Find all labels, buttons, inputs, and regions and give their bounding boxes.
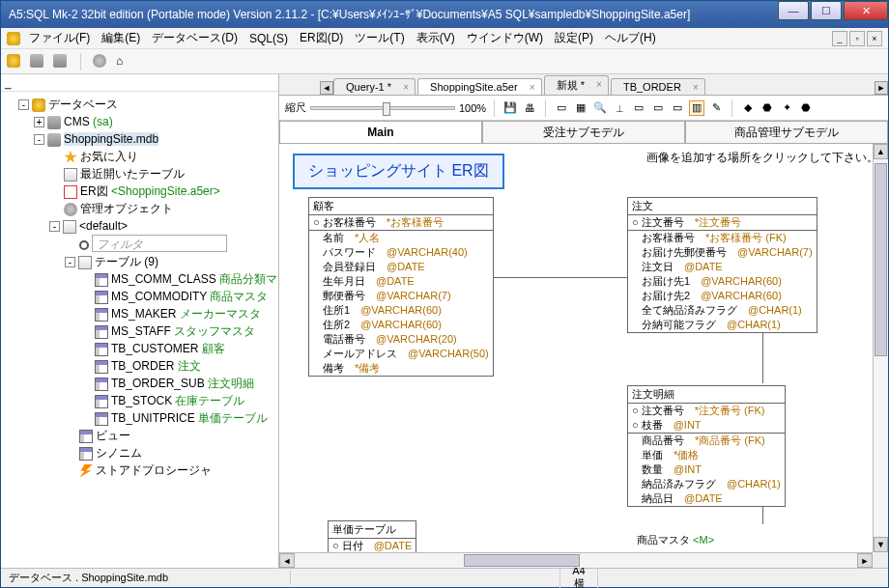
color-icon[interactable]: ◆ <box>740 100 756 116</box>
tab-er[interactable]: ShoppingSite.a5er× <box>417 78 542 95</box>
scroll-up[interactable]: ▲ <box>874 144 888 159</box>
db-tree[interactable]: -データベース +CMS (sa) -ShoppingSite.mdb お気に入… <box>1 92 278 568</box>
expander-icon[interactable]: - <box>34 134 44 145</box>
relation-icon[interactable]: ⟂ <box>612 100 627 116</box>
tab-new[interactable]: 新規 *× <box>544 75 609 95</box>
menu-file[interactable]: ファイル(F) <box>23 28 96 48</box>
mdi-restore[interactable]: ▫ <box>849 31 865 46</box>
entity-unitprice[interactable]: 単価テーブル ○ 日付 @DATE <box>328 520 416 554</box>
scroll-down[interactable]: ▼ <box>874 537 888 552</box>
zoom-icon[interactable]: 🔍 <box>592 100 608 116</box>
tab-query[interactable]: Query-1 *× <box>333 78 416 95</box>
minimize-button[interactable]: — <box>778 1 809 20</box>
subtab-main[interactable]: Main <box>279 121 482 143</box>
tree-adm[interactable]: 管理オブジェクト <box>80 202 173 215</box>
menu-tool[interactable]: ツール(T) <box>349 28 410 48</box>
vertical-scrollbar[interactable]: ▲ ▼ <box>873 144 888 552</box>
tree-fav[interactable]: お気に入り <box>80 150 138 163</box>
toolbar-btn-refresh[interactable] <box>93 54 108 70</box>
statusbar: データベース . ShoppingSite.mdb A4 横 <box>1 568 888 587</box>
print-icon[interactable]: 🖶 <box>522 100 537 116</box>
menu-help[interactable]: ヘルプ(H) <box>599 28 662 48</box>
menu-settings[interactable]: 設定(P) <box>549 28 599 48</box>
close-icon[interactable]: × <box>403 82 409 93</box>
tree-view[interactable]: ビュー <box>96 429 130 442</box>
scroll-right[interactable]: ► <box>857 553 873 568</box>
toolbar-btn-1[interactable] <box>7 54 22 70</box>
expander-icon[interactable]: + <box>34 117 44 127</box>
table-comment: メーカーマスタ <box>180 307 261 321</box>
filter-input[interactable]: フィルタ <box>92 235 227 252</box>
table-name[interactable]: MS_MAKER <box>111 307 176 321</box>
table-icon <box>64 168 77 182</box>
zoom-slider[interactable] <box>310 106 455 110</box>
close-icon[interactable]: × <box>530 82 535 93</box>
tree-sp[interactable]: ストアドプロシージャ <box>96 463 212 477</box>
table-name[interactable]: MS_COMMODITY <box>111 290 207 303</box>
menu-view[interactable]: 表示(V) <box>411 28 461 48</box>
entity-order[interactable]: 注文 ○ 注文番号 *注文番号お客様番号 *お客様番号 (FK)お届け先郵便番号… <box>627 197 817 333</box>
tabs-prev[interactable]: ◄ <box>320 81 333 95</box>
entity-commodity-label[interactable]: 商品マスタ <M> <box>637 533 714 547</box>
expander-icon[interactable]: - <box>49 221 60 232</box>
diagram-title[interactable]: ショッピングサイト ER図 <box>293 154 504 189</box>
tree-schema[interactable]: <default> <box>79 219 128 233</box>
tool-icon[interactable]: ⬣ <box>760 100 775 116</box>
toolbar-btn-home[interactable]: ⌂ <box>116 54 131 70</box>
horizontal-scrollbar[interactable]: ◄ ► <box>279 552 873 568</box>
menu-edit[interactable]: 編集(E) <box>96 28 146 48</box>
save-icon[interactable]: 💾 <box>502 100 518 116</box>
tree-mdb[interactable]: ShoppingSite.mdb <box>64 132 158 146</box>
mdi-minimize[interactable]: _ <box>832 31 847 46</box>
relation-line[interactable] <box>762 349 763 383</box>
close-button[interactable]: ✕ <box>844 1 888 20</box>
tool-icon[interactable]: ▭ <box>650 100 666 116</box>
tree-er[interactable]: ER図 <box>80 184 108 198</box>
tree-cms[interactable]: CMS <box>64 115 90 128</box>
entity-order-sub[interactable]: 注文明細 ○ 注文番号 *注文番号 (FK)○ 枝番 @INT商品番号 *商品番… <box>627 385 786 507</box>
menu-er[interactable]: ER図(D) <box>294 28 349 48</box>
tabs-next[interactable]: ► <box>875 81 888 95</box>
table-name[interactable]: TB_ORDER <box>111 359 174 373</box>
bolt-icon <box>79 464 93 478</box>
mdi-close[interactable]: × <box>867 31 882 46</box>
tool-icon[interactable]: ✦ <box>779 100 794 116</box>
view-icon <box>79 430 93 443</box>
pointer-icon[interactable]: ▭ <box>554 100 569 116</box>
menu-window[interactable]: ウインドウ(W) <box>461 28 549 48</box>
scroll-left[interactable]: ◄ <box>279 553 295 568</box>
entity-customer[interactable]: 顧客 ○ お客様番号 *お客様番号名前 *人名パスワード @VARCHAR(40… <box>308 197 494 377</box>
tool-icon[interactable]: ⬣ <box>798 100 814 116</box>
table-name[interactable]: TB_UNITPRICE <box>111 411 195 425</box>
search-icon <box>79 240 89 250</box>
expander-icon[interactable]: - <box>65 257 75 267</box>
tool-icon[interactable]: ▭ <box>631 100 646 116</box>
table-name[interactable]: MS_COMM_CLASS <box>111 272 216 286</box>
image-tool-icon[interactable]: ▥ <box>689 100 704 116</box>
close-icon[interactable]: × <box>596 79 602 90</box>
tree-er-note: <ShoppingSite.a5er> <box>111 184 220 198</box>
table-name[interactable]: MS_STAFF <box>111 324 171 338</box>
table-name[interactable]: TB_STOCK <box>111 394 172 407</box>
close-icon[interactable]: × <box>693 82 699 93</box>
tree-tables[interactable]: テーブル (9) <box>95 255 158 268</box>
menu-database[interactable]: データベース(D) <box>146 28 244 48</box>
tree-root[interactable]: データベース <box>48 98 118 111</box>
table-name[interactable]: TB_CUSTOMER <box>111 342 198 355</box>
tab-tborder[interactable]: TB_ORDER× <box>611 78 705 95</box>
subtab-order[interactable]: 受注サブモデル <box>482 121 685 143</box>
entity-tool-icon[interactable]: ▦ <box>573 100 588 116</box>
tool-icon[interactable]: ✎ <box>708 100 724 116</box>
maximize-button[interactable]: ☐ <box>811 1 842 20</box>
tree-recent[interactable]: 最近開いたテーブル <box>80 167 185 181</box>
expander-icon[interactable]: - <box>18 99 29 110</box>
tool-icon[interactable]: ▭ <box>670 100 685 116</box>
menu-sql[interactable]: SQL(S) <box>244 30 294 47</box>
subtab-product[interactable]: 商品管理サブモデル <box>685 121 888 143</box>
toolbar-btn-2[interactable] <box>30 54 45 70</box>
table-name[interactable]: TB_ORDER_SUB <box>111 377 205 390</box>
toolbar: ⌂ <box>1 49 888 74</box>
tree-synonym[interactable]: シノニム <box>96 446 142 460</box>
toolbar-btn-3[interactable] <box>53 54 69 70</box>
er-canvas[interactable]: 画像を追加する場所をクリックして下さい。 ショッピングサイト ER図 顧客 ○ … <box>279 144 888 568</box>
